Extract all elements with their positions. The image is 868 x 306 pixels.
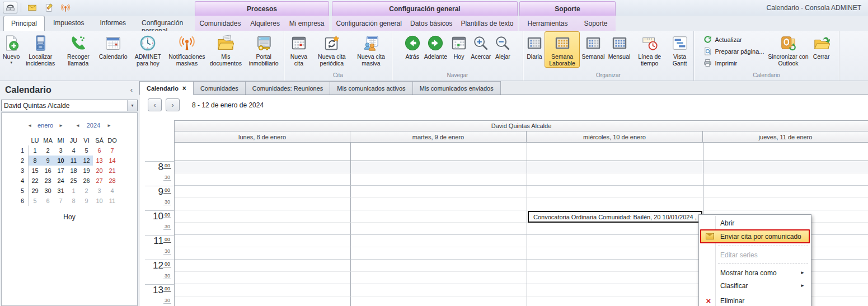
imprimir-button[interactable]: Imprimir [703,58,764,68]
mini-cal-day[interactable]: 15 [29,166,41,176]
mini-cal-day[interactable]: 6 [41,196,54,206]
mini-cal-day[interactable]: 8 [29,156,41,166]
diaria-button[interactable]: Diaria [524,31,545,60]
time-slot[interactable] [703,186,868,198]
tab-plantillas-de-texto[interactable]: Plantillas de texto [461,20,513,27]
mini-cal-day[interactable]: 11 [106,196,119,206]
time-slot[interactable] [175,284,351,296]
actualizar-button[interactable]: Actualizar [703,35,764,45]
time-slot[interactable] [175,198,351,210]
time-slot[interactable] [175,161,351,173]
nuevo-button[interactable]: Nuevo▾ [1,31,21,65]
mini-cal-day[interactable]: 25 [67,176,80,186]
time-slot[interactable] [703,161,868,173]
time-slot[interactable] [527,161,703,173]
time-slot[interactable] [175,186,351,198]
time-slot[interactable] [351,173,527,186]
time-slot[interactable] [175,296,351,306]
time-slot[interactable] [527,296,703,306]
menu-item-eliminar[interactable]: ×Eliminar [700,294,810,306]
mini-cal-day[interactable]: 24 [54,176,67,186]
mini-cal-day[interactable]: 30 [41,186,54,196]
linea-de-tiempo-button[interactable]: Línea de tiempo [632,31,667,67]
broadcast-small-icon[interactable] [58,2,73,13]
time-slot[interactable] [703,173,868,186]
semanal-button[interactable]: Semanal [580,31,606,60]
dropdown-caret-icon[interactable]: ▾ [10,60,12,65]
calendario-button[interactable]: Calendario [97,31,129,60]
tab-alquileres[interactable]: Alquileres [250,20,280,27]
mini-cal-day[interactable]: 4 [67,145,80,156]
all-day-cell[interactable] [175,143,351,161]
time-slot[interactable] [175,223,351,235]
mini-cal-day[interactable]: 13 [93,156,106,166]
doc-tab-comunidades-reuniones[interactable]: Comunidades: Reuniones [246,81,331,95]
next-week-button[interactable]: › [166,98,180,111]
time-slot[interactable] [351,223,527,235]
mini-cal-day[interactable]: 18 [67,166,80,176]
next-year-icon[interactable]: ► [107,123,111,128]
mini-cal-day[interactable]: 2 [41,145,54,156]
time-slot[interactable] [351,210,527,223]
hoy-button[interactable]: Hoy [449,31,469,60]
notificaciones-masivas-button[interactable]: Notificaciones masivas [167,31,207,67]
time-slot[interactable] [175,260,351,272]
tab-configuracion-personal[interactable]: Configuración personal [134,16,195,31]
mini-cal-day[interactable]: 31 [54,186,67,196]
time-slot[interactable] [351,161,527,173]
prev-month-icon[interactable]: ◄ [27,123,32,128]
mini-cal-day[interactable]: 20 [93,166,106,176]
time-slot[interactable] [527,284,703,296]
all-day-cell[interactable] [703,143,868,161]
mini-cal-day[interactable]: 6 [93,145,106,156]
time-slot[interactable] [527,272,703,284]
time-slot[interactable] [527,260,703,272]
mini-cal-day[interactable]: 1 [29,145,41,156]
prev-week-button[interactable]: ‹ [148,98,162,111]
appointment[interactable]: Convocatoria Ordinaria Comunidad: Bailén… [528,211,702,223]
all-day-cell[interactable] [351,143,527,161]
menu-item-clasificar[interactable]: Clasificar► [700,279,810,292]
mini-cal-day[interactable]: 12 [80,156,93,166]
tab-herramientas[interactable]: Herramientas [527,20,567,27]
time-slot[interactable] [175,247,351,260]
mini-cal-day[interactable]: 4 [106,186,119,196]
tab-comunidades[interactable]: Comunidades [199,20,241,27]
time-slot[interactable] [527,173,703,186]
time-slot[interactable] [527,198,703,210]
tab-impuestos[interactable]: Impuestos [46,16,91,31]
mini-cal-day[interactable]: 10 [93,196,106,206]
tab-soporte[interactable]: Soporte [584,20,607,27]
tasks-icon[interactable] [41,2,56,13]
mini-cal-day[interactable]: 26 [80,176,93,186]
time-slot[interactable] [527,223,703,235]
semana-laborable-button[interactable]: Semana Laborable [545,31,580,68]
mini-cal-day[interactable]: 5 [29,196,41,206]
next-month-icon[interactable]: ► [59,123,63,128]
adelante-button[interactable]: Adelante [423,31,449,60]
preparar-pagina-button[interactable]: Preparar página... [703,46,764,57]
mini-cal-day[interactable]: 9 [41,156,54,166]
time-slot[interactable] [351,235,527,247]
time-slot[interactable] [351,186,527,198]
menu-item-abrir[interactable]: Abrir [700,216,810,229]
mensual-button[interactable]: Mensual [607,31,632,60]
localizar-incidencias-button[interactable]: Localizar incidencias [21,31,59,67]
collapse-sidebar-icon[interactable]: ‹ [130,86,133,94]
mini-cal-day[interactable]: 14 [106,156,119,166]
nueva-cita-button[interactable]: Nueva cita [285,31,312,67]
prev-year-icon[interactable]: ◄ [76,123,80,128]
menu-item-mostrar-hora-como[interactable]: Mostrar hora como► [700,266,810,279]
chevron-down-icon[interactable]: ▾ [127,100,137,111]
tab-mi-empresa[interactable]: Mi empresa [289,20,325,27]
mini-cal-day[interactable]: 28 [106,176,119,186]
time-slot[interactable] [175,235,351,247]
atras-button[interactable]: Atrás [402,31,423,60]
console-phone-icon[interactable] [3,2,17,13]
acercar-button[interactable]: Acercar [469,31,492,60]
time-slot[interactable] [351,247,527,260]
mini-cal-day[interactable]: 8 [67,196,80,206]
time-slot[interactable] [175,272,351,284]
time-slot[interactable] [175,173,351,186]
mini-cal-day[interactable]: 1 [67,186,80,196]
